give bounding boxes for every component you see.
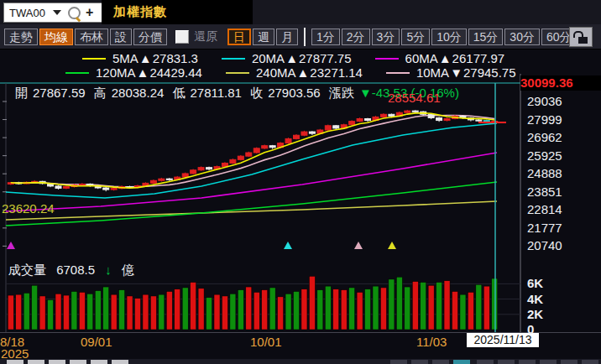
date-axis-tick: 8/18: [0, 335, 24, 349]
volume-value: 6708.5: [56, 263, 95, 277]
volume-down-arrow-icon: ↓: [105, 263, 112, 277]
volume-axis-tick: 2K: [527, 307, 543, 321]
price-axis-tick: 20740: [527, 238, 562, 252]
volume-readout: 成交量 6708.5 ↓ 億: [8, 263, 141, 278]
strip-button[interactable]: [28, 360, 44, 364]
price-annotation: 28554.61: [388, 91, 441, 105]
strip-button[interactable]: [453, 360, 470, 364]
low-value: 27811.81: [191, 86, 242, 100]
strip-button[interactable]: [49, 360, 65, 364]
low-label: 低: [173, 86, 186, 100]
price-axis-tick: 25925: [527, 148, 562, 163]
strip-button[interactable]: [561, 360, 577, 364]
axis-max-price: 30099.36: [520, 75, 601, 91]
strip-button[interactable]: [7, 360, 24, 364]
price-axis-tick: 23851: [527, 185, 562, 199]
price-axis-tick: 26962: [527, 130, 562, 144]
strip-button[interactable]: [477, 360, 494, 364]
strip-button[interactable]: [582, 360, 598, 364]
strip-button[interactable]: [540, 360, 557, 364]
date-axis-tick: 09/01: [81, 335, 112, 349]
price-annotation: 23620.24: [2, 201, 55, 216]
high-label: 高: [94, 86, 107, 100]
change-label: 漲跌: [329, 86, 354, 100]
volume-unit: 億: [122, 263, 134, 277]
close-value: 27903.56: [268, 86, 321, 100]
open-value: 27867.59: [33, 86, 86, 100]
strip-button[interactable]: [390, 360, 407, 364]
price-axis-tick: 21777: [527, 221, 562, 235]
strip-button[interactable]: [411, 360, 428, 364]
strip-button[interactable]: [432, 360, 449, 364]
candlestick-chart[interactable]: [0, 0, 601, 364]
strip-button[interactable]: [70, 360, 86, 364]
high-value: 28038.24: [112, 86, 165, 100]
bottom-strip: [0, 359, 601, 364]
volume-label: 成交量: [8, 263, 46, 277]
open-label: 開: [15, 86, 28, 100]
strip-button[interactable]: [498, 360, 515, 364]
price-axis-tick: 27999: [527, 112, 562, 127]
date-axis-tick: 11/03: [416, 335, 447, 349]
strip-button[interactable]: [519, 360, 536, 364]
stock-chart-window: TWA00 + 加權指數 走勢均線布林設分價 還原 日週月 1分2分3分5分10…: [0, 0, 601, 364]
volume-axis-tick: 0: [527, 322, 534, 336]
volume-axis-tick: 4K: [527, 292, 543, 306]
price-axis-tick: 29036: [527, 94, 562, 108]
price-axis-tick: 22814: [527, 202, 562, 216]
date-axis-tick: 10/01: [250, 335, 282, 349]
strip-button[interactable]: [91, 360, 107, 364]
price-axis-tick: 24888: [527, 166, 562, 180]
close-label: 收: [250, 86, 263, 100]
strip-button[interactable]: [112, 360, 128, 364]
volume-axis-tick: 6K: [527, 276, 543, 290]
